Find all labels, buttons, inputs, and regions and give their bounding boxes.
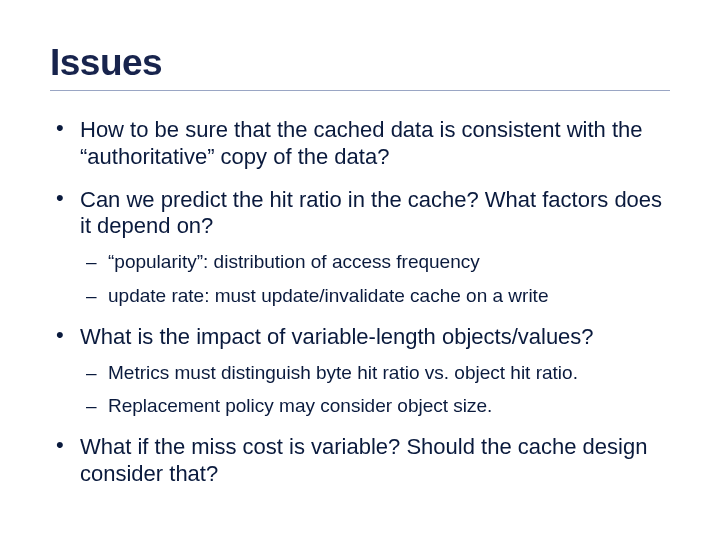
bullet-text: How to be sure that the cached data is c… <box>80 117 643 169</box>
bullet-list: How to be sure that the cached data is c… <box>50 117 670 488</box>
sub-bullet-list: Metrics must distinguish byte hit ratio … <box>80 361 670 419</box>
list-item: update rate: must update/invalidate cach… <box>80 284 670 308</box>
bullet-text: Replacement policy may consider object s… <box>108 395 492 416</box>
title-underline <box>50 90 670 91</box>
bullet-text: What if the miss cost is variable? Shoul… <box>80 434 647 486</box>
bullet-text: Metrics must distinguish byte hit ratio … <box>108 362 578 383</box>
list-item: Replacement policy may consider object s… <box>80 394 670 418</box>
bullet-text: update rate: must update/invalidate cach… <box>108 285 548 306</box>
list-item: What is the impact of variable-length ob… <box>50 324 670 418</box>
bullet-text: “popularity”: distribution of access fre… <box>108 251 480 272</box>
list-item: What if the miss cost is variable? Shoul… <box>50 434 670 488</box>
list-item: Metrics must distinguish byte hit ratio … <box>80 361 670 385</box>
list-item: How to be sure that the cached data is c… <box>50 117 670 171</box>
slide-title: Issues <box>50 42 670 84</box>
list-item: “popularity”: distribution of access fre… <box>80 250 670 274</box>
slide: Issues How to be sure that the cached da… <box>0 0 720 540</box>
bullet-text: Can we predict the hit ratio in the cach… <box>80 187 662 239</box>
sub-bullet-list: “popularity”: distribution of access fre… <box>80 250 670 308</box>
bullet-text: What is the impact of variable-length ob… <box>80 324 594 349</box>
list-item: Can we predict the hit ratio in the cach… <box>50 187 670 308</box>
